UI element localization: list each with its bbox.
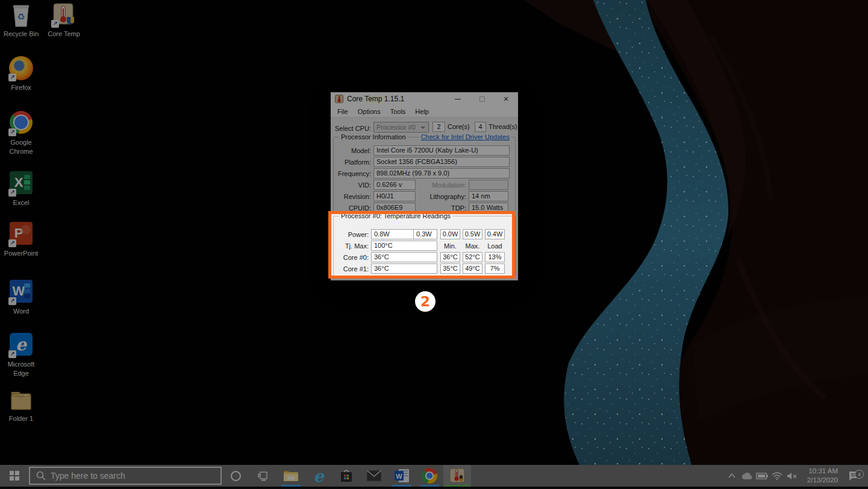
edge-icon: e [313, 468, 323, 484]
menu-tools[interactable]: Tools [386, 108, 411, 115]
load-column-header: Load [485, 242, 505, 250]
chrome-icon [422, 468, 437, 484]
model-label: Model: [334, 147, 373, 154]
frequency-field: 898.02MHz (99.78 x 9.0) [373, 168, 510, 178]
tray-battery-button[interactable] [754, 465, 769, 487]
cpu-selector-dropdown[interactable]: Processor #0 [373, 122, 429, 133]
notification-count-badge: 4 [855, 470, 864, 479]
chevron-down-icon [420, 127, 425, 129]
core0-load-field: 13% [485, 252, 505, 262]
tdp-label: TDP: [416, 204, 469, 212]
taskbar-app-core-temp[interactable] [443, 465, 471, 487]
platform-field: Socket 1356 (FCBGA1356) [373, 157, 510, 167]
taskbar-app-file-explorer[interactable] [277, 465, 305, 487]
power-field-package: 0.8W [371, 229, 414, 239]
task-view-button[interactable] [249, 465, 277, 487]
close-button[interactable]: ✕ [494, 92, 518, 106]
wifi-icon [772, 472, 782, 480]
mail-icon [366, 470, 382, 482]
desktop-icon-firefox[interactable]: ↗ Firefox [0, 55, 42, 92]
taskbar: e W [0, 465, 868, 489]
desktop-icon-folder-1[interactable]: Folder 1 [0, 387, 42, 423]
power-row: Power: 0.8W 0.3W 0.0W 0.5W 0.4W [334, 229, 515, 239]
menu-help[interactable]: Help [410, 108, 434, 115]
core-temp-window: Core Temp 1.15.1 ✕ File Options Tools He… [331, 92, 518, 280]
processor-information-group: Processor Information Check for Intel Dr… [333, 137, 516, 212]
platform-label: Platform: [334, 159, 373, 166]
min-column-header: Min. [440, 242, 460, 250]
revision-row: Revision: H0/J1 Lithography: 14 nm [334, 191, 515, 201]
taskbar-app-mail[interactable] [360, 465, 388, 487]
active-app-indicator [444, 485, 470, 487]
desktop-icon-google-chrome[interactable]: ↗ Google Chrome [0, 110, 42, 156]
tray-onedrive-button[interactable] [739, 465, 754, 487]
select-cpu-label: Select CPU: [335, 125, 370, 132]
menu-file[interactable]: File [333, 108, 353, 115]
tray-chevron-up-button[interactable] [724, 465, 739, 487]
taskbar-app-chrome[interactable] [416, 465, 443, 487]
desktop-icon-excel[interactable]: X ↗ Excel [0, 170, 42, 207]
taskbar-clock[interactable]: 10:31 AM 2/13/2020 [799, 467, 841, 485]
core1-label: Core #1: [334, 265, 371, 273]
cortana-icon [231, 471, 241, 481]
vid-label: VID: [334, 181, 373, 189]
volume-muted-icon [787, 472, 798, 480]
start-button[interactable] [0, 465, 29, 487]
taskbar-app-edge[interactable]: e [305, 465, 333, 487]
lithography-label: Lithography: [416, 193, 469, 200]
search-input[interactable] [51, 471, 195, 481]
desktop-icon-word[interactable]: W ↗ Word [0, 279, 42, 316]
shortcut-arrow-icon: ↗ [8, 239, 16, 247]
intel-driver-updates-link[interactable]: Check for Intel Driver Updates [419, 133, 511, 140]
cores-label: Core(s) [448, 123, 470, 130]
desktop-icon-recycle-bin[interactable]: ♻ Recycle Bin [0, 2, 42, 39]
shortcut-arrow-icon: ↗ [8, 74, 16, 81]
svg-text:W: W [396, 473, 402, 480]
chrome-icon: ↗ [8, 111, 34, 136]
store-icon [339, 468, 354, 483]
window-titlebar[interactable]: Core Temp 1.15.1 ✕ [331, 92, 518, 106]
model-row: Model: Intel Core i5 7200U (Kaby Lake-U) [334, 145, 515, 156]
word-icon: W [394, 468, 410, 483]
taskbar-app-store[interactable] [333, 465, 360, 487]
core0-max-field: 52°C [463, 252, 482, 262]
modulation-field [469, 180, 508, 190]
vid-row: VID: 0.6266 v Modulation: [334, 180, 515, 190]
chevron-up-icon [728, 473, 735, 478]
folder-icon [8, 387, 34, 412]
model-field: Intel Core i5 7200U (Kaby Lake-U) [373, 145, 510, 156]
tray-volume-muted-button[interactable] [784, 465, 799, 487]
tdp-field: 15.0 Watts [469, 203, 508, 213]
menu-options[interactable]: Options [353, 108, 386, 115]
platform-row: Platform: Socket 1356 (FCBGA1356) [334, 157, 515, 167]
temperature-readings-group: Processor #0: Temperature Readings Power… [333, 216, 516, 276]
shortcut-arrow-icon: ↗ [8, 350, 16, 358]
tray-wifi-button[interactable] [769, 465, 784, 487]
battery-icon [756, 473, 768, 479]
lithography-field: 14 nm [469, 191, 508, 201]
desktop-icon-microsoft-edge[interactable]: e ↗ Microsoft Edge [0, 332, 42, 378]
taskbar-search[interactable] [29, 467, 222, 485]
action-center-button[interactable]: 4 [841, 471, 866, 481]
menu-bar: File Options Tools Help [331, 106, 518, 118]
core-temp-icon [449, 468, 465, 484]
core0-temp-field: 36°C [371, 252, 437, 262]
minimize-button[interactable] [446, 92, 470, 106]
power-field-3: 0.0W [440, 229, 460, 239]
desktop-icon-core-temp[interactable]: ↗ Core Temp [43, 2, 85, 39]
tjmax-label: Tj. Max: [334, 242, 371, 250]
desktop-icon-label: Google Chrome [0, 138, 42, 156]
core1-max-field: 49°C [463, 263, 482, 274]
taskbar-app-word[interactable]: W [388, 465, 416, 487]
powerpoint-icon: P ↗ [8, 222, 34, 247]
cpuid-field: 0x806E9 [373, 203, 416, 213]
excel-icon: X ↗ [8, 171, 34, 197]
cortana-button[interactable] [222, 465, 249, 487]
shortcut-arrow-icon: ↗ [8, 128, 16, 136]
power-field-5: 0.4W [485, 229, 505, 239]
core0-row: Core #0: 36°C 36°C 52°C 13% [334, 252, 515, 262]
desktop-icon-powerpoint[interactable]: P ↗ PowerPoint [0, 221, 42, 258]
processor-information-title: Processor Information [339, 133, 408, 140]
core1-load-field: 7% [485, 263, 505, 274]
clock-date: 2/13/2020 [799, 476, 838, 485]
